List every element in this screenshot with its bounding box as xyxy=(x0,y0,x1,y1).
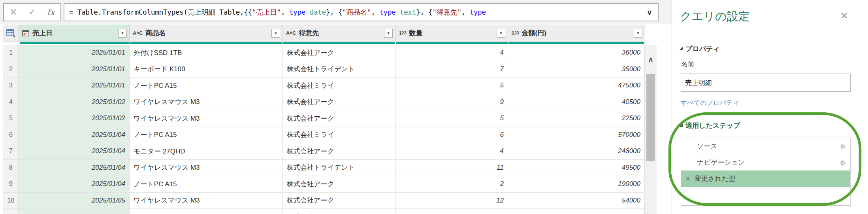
column-header-amount[interactable]: 123 金額(円) ▼ xyxy=(508,25,645,42)
cell-sales-date[interactable]: 2025/01/02 xyxy=(19,110,130,127)
cell-product[interactable]: ワイヤレスマウス M3 xyxy=(130,110,283,127)
text-type-icon[interactable]: ABC xyxy=(286,30,296,36)
scroll-up-icon[interactable]: ∧ xyxy=(645,55,657,64)
cell-customer[interactable]: 株式会社アーク xyxy=(283,45,395,61)
cell-amount[interactable]: 49500 xyxy=(508,160,645,176)
date-type-icon[interactable] xyxy=(22,30,30,37)
fx-icon[interactable]: fx xyxy=(47,8,55,17)
cell-amount[interactable]: 190000 xyxy=(508,176,645,193)
cell-amount[interactable]: 40500 xyxy=(508,94,645,111)
table-row[interactable]: 8 2025/01/04 ワイヤレスマウス M3 株式会社トライデント 11 4… xyxy=(3,160,645,176)
gear-icon[interactable]: ⚙ xyxy=(840,159,845,166)
scrollbar-thumb[interactable] xyxy=(646,74,655,161)
cell-quantity[interactable]: 6 xyxy=(395,127,508,144)
formula-expand-chevron-icon[interactable]: ∨ xyxy=(647,8,652,17)
vertical-scrollbar[interactable]: ∧ xyxy=(645,45,657,214)
cell-product[interactable]: ワイヤレスマウス M3 xyxy=(130,193,283,209)
properties-header-label: プロパティ xyxy=(685,44,720,53)
cell-customer[interactable]: 株式会社アーク xyxy=(283,193,395,209)
table-row[interactable]: 3 2025/01/01 ノートPC A15 株式会社ミライ 5 475000 xyxy=(3,78,645,94)
table-row[interactable]: 5 2025/01/02 ワイヤレスマウス M3 株式会社アーク 5 22500 xyxy=(3,110,645,127)
filter-button[interactable]: ▼ xyxy=(118,29,127,38)
cell-amount[interactable]: 36000 xyxy=(508,45,645,61)
table-row[interactable]: 2 2025/01/01 キーボード K100 株式会社トライデント 7 350… xyxy=(3,61,645,78)
cell-quantity[interactable]: 7 xyxy=(395,61,508,78)
filter-button[interactable]: ▼ xyxy=(384,29,393,38)
column-header-sales-date[interactable]: 売上日 ▼ xyxy=(19,25,130,42)
filter-button[interactable]: ▼ xyxy=(497,29,505,38)
applied-step-item[interactable]: ✕ 変更された型 xyxy=(681,170,850,187)
cell-quantity[interactable]: 4 xyxy=(395,143,508,160)
confirm-icon[interactable]: ✓ xyxy=(28,8,36,17)
table-row[interactable]: 10 2025/01/05 ワイヤレスマウス M3 株式会社アーク 12 540… xyxy=(3,193,645,209)
cell-quantity[interactable]: 5 xyxy=(395,110,508,127)
column-quality-bar xyxy=(3,42,645,45)
cell-amount[interactable]: 22500 xyxy=(508,110,645,127)
filter-button[interactable]: ▼ xyxy=(634,29,642,38)
cell-product[interactable]: キーボード K100 xyxy=(130,61,283,78)
select-all-corner-button[interactable] xyxy=(3,25,19,42)
formula-token: "得意先" xyxy=(432,8,461,16)
cell-sales-date[interactable]: 2025/01/02 xyxy=(19,94,130,111)
column-header-product[interactable]: ABC 商品名 ▼ xyxy=(130,25,283,42)
cell-product[interactable]: ノートPC A15 xyxy=(130,127,283,144)
cell-quantity[interactable]: 4 xyxy=(395,45,508,61)
formula-token: }, { xyxy=(416,8,432,16)
cell-customer[interactable]: 株式会社トライデント xyxy=(283,160,395,176)
applied-steps-section-header[interactable]: 適用したステップ xyxy=(679,121,740,130)
cell-quantity[interactable]: 2 xyxy=(395,176,508,193)
cell-quantity[interactable]: 11 xyxy=(395,160,508,176)
applied-step-item[interactable]: ナビゲーション ⚙ xyxy=(681,154,850,170)
table-row[interactable]: 7 2025/01/04 モニター 27QHD 株式会社アーク 4 248000 xyxy=(3,143,645,160)
table-row[interactable]: 6 2025/01/04 ノートPC A15 株式会社ミライ 6 570000 xyxy=(3,127,645,144)
cell-product[interactable]: ノートPC A15 xyxy=(130,78,283,94)
cell-product[interactable]: 外付けSSD 1TB xyxy=(130,45,283,61)
properties-section-header[interactable]: プロパティ xyxy=(679,44,720,53)
cell-amount[interactable]: 570000 xyxy=(508,127,645,144)
table-row[interactable]: 1 2025/01/01 外付けSSD 1TB 株式会社アーク 4 36000 xyxy=(3,45,645,61)
cell-amount[interactable]: 54000 xyxy=(508,193,645,209)
close-icon[interactable]: ✕ xyxy=(840,10,848,21)
cell-customer[interactable]: 株式会社トライデント xyxy=(283,61,395,78)
filter-button[interactable]: ▼ xyxy=(271,29,280,38)
cell-customer[interactable]: 株式会社アーク xyxy=(283,143,395,160)
column-header-customer[interactable]: ABC 得意先 ▼ xyxy=(283,25,395,42)
cell-quantity[interactable]: 9 xyxy=(395,94,508,111)
all-properties-link[interactable]: すべてのプロパティ xyxy=(681,99,739,107)
text-type-icon[interactable]: ABC xyxy=(133,30,143,36)
number-type-icon[interactable]: 123 xyxy=(511,30,519,36)
delete-step-icon[interactable]: ✕ xyxy=(685,176,690,182)
cell-product[interactable]: モニター 27QHD xyxy=(130,143,283,160)
cell-sales-date[interactable]: 2025/01/01 xyxy=(19,78,130,94)
cell-sales-date[interactable]: 2025/01/05 xyxy=(19,193,130,209)
cell-product[interactable]: ノートPC A15 xyxy=(130,176,283,193)
cell-amount[interactable]: 248000 xyxy=(508,143,645,160)
column-header-quantity[interactable]: 123 数量 ▼ xyxy=(395,25,508,42)
table-row[interactable]: 4 2025/01/02 ワイヤレスマウス M3 株式会社アーク 9 40500 xyxy=(3,94,645,111)
query-name-input[interactable] xyxy=(681,74,851,92)
formula-input[interactable]: = Table.TransformColumnTypes(売上明細_Table,… xyxy=(64,3,659,21)
cell-amount[interactable]: 35000 xyxy=(508,61,645,78)
cell-sales-date[interactable]: 2025/01/04 xyxy=(19,127,130,144)
cell-sales-date[interactable]: 2025/01/01 xyxy=(19,45,130,61)
cell-sales-date[interactable]: 2025/01/04 xyxy=(19,176,130,193)
table-row[interactable]: 9 2025/01/04 ノートPC A15 株式会社アーク 2 190000 xyxy=(3,176,645,193)
cell-sales-date[interactable]: 2025/01/04 xyxy=(19,143,130,160)
cell-sales-date[interactable]: 2025/01/01 xyxy=(19,61,130,78)
applied-step-item[interactable]: ソース ⚙ xyxy=(681,138,850,154)
cell-product[interactable]: ワイヤレスマウス M3 xyxy=(130,94,283,111)
number-type-icon[interactable]: 123 xyxy=(399,30,406,36)
cell-amount[interactable]: 475000 xyxy=(508,78,645,94)
cell-quantity[interactable]: 5 xyxy=(395,78,508,94)
cell-sales-date[interactable]: 2025/01/04 xyxy=(19,160,130,176)
cell-quantity[interactable]: 12 xyxy=(395,193,508,209)
gear-icon[interactable]: ⚙ xyxy=(840,142,845,150)
cancel-icon[interactable]: ✕ xyxy=(10,7,17,17)
cell-product[interactable]: ワイヤレスマウス M3 xyxy=(130,160,283,176)
cell-customer[interactable]: 株式会社アーク xyxy=(283,94,395,111)
grid-header-row: 売上日 ▼ ABC 商品名 ▼ ABC 得意先 ▼ 123 数量 ▼ 123 金… xyxy=(3,25,645,42)
cell-customer[interactable]: 株式会社アーク xyxy=(283,176,395,193)
cell-customer[interactable]: 株式会社ミライ xyxy=(283,127,395,144)
cell-customer[interactable]: 株式会社アーク xyxy=(283,110,395,127)
cell-customer[interactable]: 株式会社ミライ xyxy=(283,78,395,94)
